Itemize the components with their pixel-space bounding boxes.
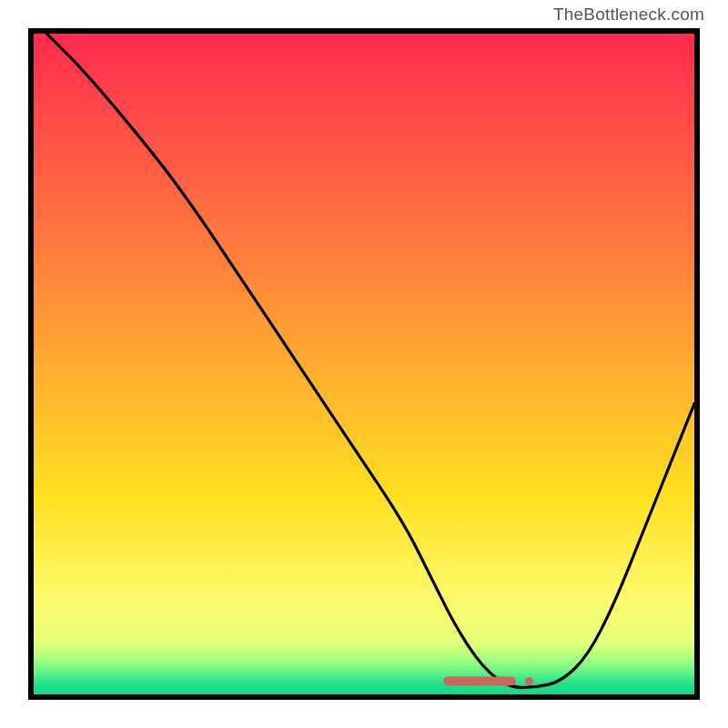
minimum-marker-bar [443, 677, 516, 686]
chart-overlay [34, 34, 694, 694]
bottleneck-curve [47, 34, 695, 688]
plot-frame [28, 28, 700, 700]
stage: TheBottleneck.com [0, 0, 728, 728]
minimum-marker [443, 677, 533, 686]
minimum-marker-dot [525, 677, 533, 685]
watermark-text: TheBottleneck.com [553, 5, 704, 25]
bottleneck-curve-path [47, 34, 695, 688]
